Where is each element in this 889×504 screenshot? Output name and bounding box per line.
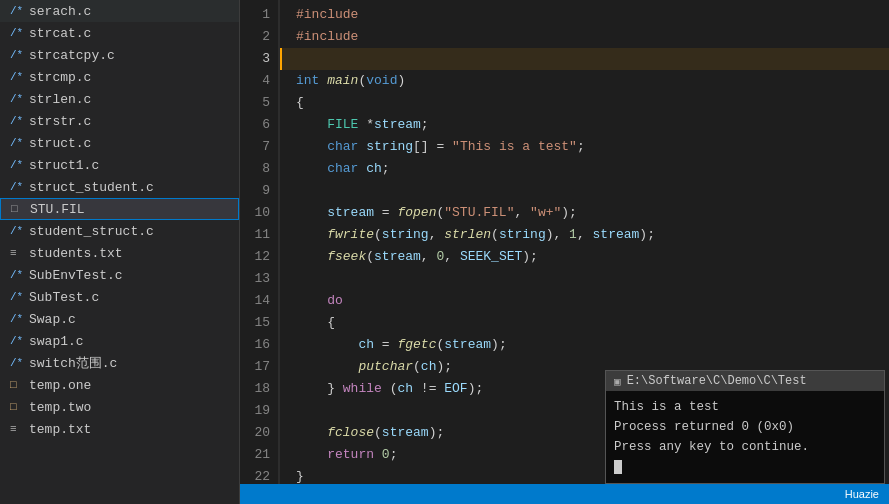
line-number-15: 15 [252,312,270,334]
file-label-STU_FIL: STU.FIL [30,202,85,217]
terminal-popup: ▣ E:\Software\C\Demo\C\Test This is a te… [605,370,885,484]
file-label-SubEnvTest: SubEnvTest.c [29,268,123,283]
sidebar-item-temp_two[interactable]: □temp.two [0,396,239,418]
sidebar-item-SubTest[interactable]: /*SubTest.c [0,286,239,308]
status-bar: Huazie [240,484,889,504]
line-number-14: 14 [252,290,270,312]
line-number-11: 11 [252,224,270,246]
terminal-cursor-line [614,457,876,477]
sidebar-item-strcmp[interactable]: /*strcmp.c [0,66,239,88]
file-icon-strstr: /* [10,115,24,127]
line-number-12: 12 [252,246,270,268]
line-number-10: 10 [252,202,270,224]
file-icon-strcat: /* [10,27,24,39]
file-icon-temp_one: □ [10,379,24,391]
terminal-titlebar: ▣ E:\Software\C\Demo\C\Test [606,371,884,391]
sidebar-item-STU_FIL[interactable]: □STU.FIL [0,198,239,220]
file-label-strcmp: strcmp.c [29,70,91,85]
file-icon-temp_two: □ [10,401,24,413]
terminal-body: This is a testProcess returned 0 (0x0)Pr… [606,391,884,483]
file-label-switch_fan: switch范围.c [29,354,117,372]
file-icon-struct: /* [10,137,24,149]
terminal-title: E:\Software\C\Demo\C\Test [627,374,807,388]
line-number-8: 8 [252,158,270,180]
file-label-temp_txt: temp.txt [29,422,91,437]
code-line-12: fseek(stream, 0, SEEK_SET); [296,246,889,268]
sidebar-item-student_struct[interactable]: /*student_struct.c [0,220,239,242]
file-label-strcatcpy: strcatcpy.c [29,48,115,63]
line-number-7: 7 [252,136,270,158]
file-label-serach: serach.c [29,4,91,19]
file-icon-student_struct: /* [10,225,24,237]
sidebar-item-temp_txt[interactable]: ≡temp.txt [0,418,239,440]
line-number-13: 13 [252,268,270,290]
line-number-1: 1 [252,4,270,26]
file-label-strstr: strstr.c [29,114,91,129]
code-line-16: ch = fgetc(stream); [296,334,889,356]
line-numbers: 12345678910111213141516171819202122 [240,0,280,504]
line-number-3: 3 [252,48,270,70]
terminal-line-0: This is a test [614,397,876,417]
code-line-7: char string[] = "This is a test"; [296,136,889,158]
file-label-strlen: strlen.c [29,92,91,107]
file-icon-students: ≡ [10,247,24,259]
line-number-4: 4 [252,70,270,92]
sidebar-item-strstr[interactable]: /*strstr.c [0,110,239,132]
code-line-1: #include [296,4,889,26]
line-number-18: 18 [252,378,270,400]
line-number-2: 2 [252,26,270,48]
file-label-temp_two: temp.two [29,400,91,415]
sidebar-item-strcat[interactable]: /*strcat.c [0,22,239,44]
line-number-9: 9 [252,180,270,202]
brand-label: Huazie [845,488,879,500]
file-icon-strcmp: /* [10,71,24,83]
code-line-9 [296,180,889,202]
file-label-SubTest: SubTest.c [29,290,99,305]
file-label-students: students.txt [29,246,123,261]
sidebar-item-swap1[interactable]: /*swap1.c [0,330,239,352]
sidebar-item-struct_student[interactable]: /*struct_student.c [0,176,239,198]
sidebar-item-SubEnvTest[interactable]: /*SubEnvTest.c [0,264,239,286]
sidebar-item-strlen[interactable]: /*strlen.c [0,88,239,110]
code-line-5: { [296,92,889,114]
code-line-14: do [296,290,889,312]
terminal-line-2: Press any key to continue. [614,437,876,457]
file-label-strcat: strcat.c [29,26,91,41]
file-icon-Swap: /* [10,313,24,325]
code-line-3 [280,48,889,70]
sidebar-item-struct1[interactable]: /*struct1.c [0,154,239,176]
sidebar-item-serach[interactable]: /*serach.c [0,0,239,22]
file-label-Swap: Swap.c [29,312,76,327]
sidebar-item-temp_one[interactable]: □temp.one [0,374,239,396]
file-label-temp_one: temp.one [29,378,91,393]
line-number-20: 20 [252,422,270,444]
sidebar-item-Swap[interactable]: /*Swap.c [0,308,239,330]
sidebar-item-students[interactable]: ≡students.txt [0,242,239,264]
file-icon-struct1: /* [10,159,24,171]
file-label-swap1: swap1.c [29,334,84,349]
code-line-10: stream = fopen("STU.FIL", "w+"); [296,202,889,224]
sidebar-item-switch_fan[interactable]: /*switch范围.c [0,352,239,374]
line-number-6: 6 [252,114,270,136]
terminal-line-1: Process returned 0 (0x0) [614,417,876,437]
file-label-student_struct: student_struct.c [29,224,154,239]
line-number-21: 21 [252,444,270,466]
file-label-struct: struct.c [29,136,91,151]
sidebar-item-strcatcpy[interactable]: /*strcatcpy.c [0,44,239,66]
file-icon-swap1: /* [10,335,24,347]
line-number-19: 19 [252,400,270,422]
sidebar-item-struct[interactable]: /*struct.c [0,132,239,154]
file-icon-strcatcpy: /* [10,49,24,61]
code-line-15: { [296,312,889,334]
file-icon-serach: /* [10,5,24,17]
terminal-icon: ▣ [614,375,621,388]
code-line-8: char ch; [296,158,889,180]
code-line-11: fwrite(string, strlen(string), 1, stream… [296,224,889,246]
file-label-struct1: struct1.c [29,158,99,173]
line-number-5: 5 [252,92,270,114]
file-icon-strlen: /* [10,93,24,105]
file-label-struct_student: struct_student.c [29,180,154,195]
line-number-17: 17 [252,356,270,378]
file-icon-temp_txt: ≡ [10,423,24,435]
file-icon-SubTest: /* [10,291,24,303]
